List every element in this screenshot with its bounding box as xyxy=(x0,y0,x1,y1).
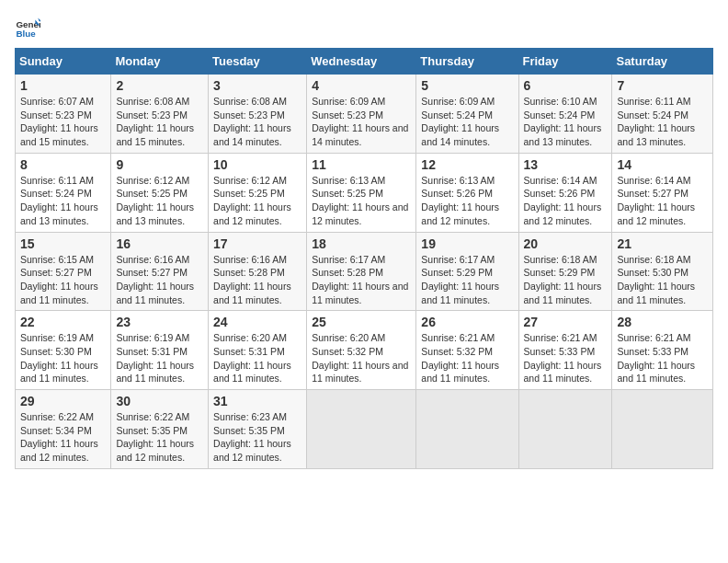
calendar-week-row: 1Sunrise: 6:07 AMSunset: 5:23 PMDaylight… xyxy=(16,75,713,154)
calendar-cell: 14Sunrise: 6:14 AMSunset: 5:27 PMDayligh… xyxy=(612,153,713,232)
day-detail: Sunrise: 6:16 AMSunset: 5:28 PMDaylight:… xyxy=(213,254,291,305)
calendar-header-friday: Friday xyxy=(518,49,612,75)
day-detail: Sunrise: 6:07 AMSunset: 5:23 PMDaylight:… xyxy=(20,96,98,147)
calendar-cell: 15Sunrise: 6:15 AMSunset: 5:27 PMDayligh… xyxy=(16,232,111,311)
day-detail: Sunrise: 6:12 AMSunset: 5:25 PMDaylight:… xyxy=(116,175,194,226)
calendar-header-thursday: Thursday xyxy=(416,49,518,75)
calendar-cell: 29Sunrise: 6:22 AMSunset: 5:34 PMDayligh… xyxy=(16,390,111,469)
day-number: 30 xyxy=(116,394,203,408)
day-detail: Sunrise: 6:11 AMSunset: 5:24 PMDaylight:… xyxy=(617,96,695,147)
calendar-cell: 28Sunrise: 6:21 AMSunset: 5:33 PMDayligh… xyxy=(612,311,713,390)
day-number: 8 xyxy=(20,157,106,172)
day-detail: Sunrise: 6:13 AMSunset: 5:25 PMDaylight:… xyxy=(312,175,408,226)
calendar-cell: 16Sunrise: 6:16 AMSunset: 5:27 PMDayligh… xyxy=(111,232,209,311)
day-detail: Sunrise: 6:09 AMSunset: 5:23 PMDaylight:… xyxy=(312,96,408,147)
calendar-cell: 6Sunrise: 6:10 AMSunset: 5:24 PMDaylight… xyxy=(518,75,612,154)
day-detail: Sunrise: 6:14 AMSunset: 5:27 PMDaylight:… xyxy=(617,175,695,226)
calendar-cell: 17Sunrise: 6:16 AMSunset: 5:28 PMDayligh… xyxy=(209,232,307,311)
svg-text:Blue: Blue xyxy=(16,29,36,39)
calendar-cell: 19Sunrise: 6:17 AMSunset: 5:29 PMDayligh… xyxy=(416,232,518,311)
day-detail: Sunrise: 6:10 AMSunset: 5:24 PMDaylight:… xyxy=(524,96,602,147)
day-number: 21 xyxy=(617,236,708,251)
day-number: 19 xyxy=(421,236,513,251)
day-detail: Sunrise: 6:08 AMSunset: 5:23 PMDaylight:… xyxy=(116,96,194,147)
day-number: 28 xyxy=(617,315,708,329)
day-number: 27 xyxy=(524,315,608,329)
calendar-cell: 21Sunrise: 6:18 AMSunset: 5:30 PMDayligh… xyxy=(612,232,713,311)
day-detail: Sunrise: 6:22 AMSunset: 5:35 PMDaylight:… xyxy=(116,411,194,463)
day-detail: Sunrise: 6:14 AMSunset: 5:26 PMDaylight:… xyxy=(524,175,602,226)
day-number: 15 xyxy=(20,236,106,251)
calendar-cell: 20Sunrise: 6:18 AMSunset: 5:29 PMDayligh… xyxy=(518,232,612,311)
day-detail: Sunrise: 6:22 AMSunset: 5:34 PMDaylight:… xyxy=(20,411,98,463)
day-number: 1 xyxy=(20,78,106,93)
calendar-cell: 3Sunrise: 6:08 AMSunset: 5:23 PMDaylight… xyxy=(209,75,307,154)
day-number: 7 xyxy=(617,78,708,93)
calendar-week-row: 15Sunrise: 6:15 AMSunset: 5:27 PMDayligh… xyxy=(16,232,713,311)
day-detail: Sunrise: 6:23 AMSunset: 5:35 PMDaylight:… xyxy=(213,411,291,463)
day-number: 18 xyxy=(312,236,411,251)
calendar-cell: 9Sunrise: 6:12 AMSunset: 5:25 PMDaylight… xyxy=(111,153,209,232)
calendar-table: SundayMondayTuesdayWednesdayThursdayFrid… xyxy=(15,48,713,469)
calendar-cell: 25Sunrise: 6:20 AMSunset: 5:32 PMDayligh… xyxy=(307,311,416,390)
calendar-header-monday: Monday xyxy=(111,49,209,75)
logo-icon: General Blue xyxy=(15,15,40,40)
day-detail: Sunrise: 6:21 AMSunset: 5:33 PMDaylight:… xyxy=(524,332,602,384)
day-number: 4 xyxy=(312,78,411,93)
calendar-cell xyxy=(307,390,416,469)
day-detail: Sunrise: 6:19 AMSunset: 5:31 PMDaylight:… xyxy=(116,332,194,384)
day-detail: Sunrise: 6:21 AMSunset: 5:33 PMDaylight:… xyxy=(617,332,695,384)
calendar-week-row: 22Sunrise: 6:19 AMSunset: 5:30 PMDayligh… xyxy=(16,311,713,390)
day-number: 31 xyxy=(213,394,301,408)
calendar-cell xyxy=(518,390,612,469)
calendar-cell: 26Sunrise: 6:21 AMSunset: 5:32 PMDayligh… xyxy=(416,311,518,390)
calendar-week-row: 29Sunrise: 6:22 AMSunset: 5:34 PMDayligh… xyxy=(16,390,713,469)
day-number: 13 xyxy=(524,157,608,172)
calendar-cell: 22Sunrise: 6:19 AMSunset: 5:30 PMDayligh… xyxy=(16,311,111,390)
calendar-cell xyxy=(612,390,713,469)
calendar-cell: 5Sunrise: 6:09 AMSunset: 5:24 PMDaylight… xyxy=(416,75,518,154)
day-number: 2 xyxy=(116,78,203,93)
day-number: 22 xyxy=(20,315,106,329)
calendar-cell: 8Sunrise: 6:11 AMSunset: 5:24 PMDaylight… xyxy=(16,153,111,232)
calendar-header-saturday: Saturday xyxy=(612,49,713,75)
calendar-header-row: SundayMondayTuesdayWednesdayThursdayFrid… xyxy=(16,49,713,75)
day-detail: Sunrise: 6:13 AMSunset: 5:26 PMDaylight:… xyxy=(421,175,499,226)
calendar-week-row: 8Sunrise: 6:11 AMSunset: 5:24 PMDaylight… xyxy=(16,153,713,232)
calendar-header-sunday: Sunday xyxy=(16,49,111,75)
day-detail: Sunrise: 6:21 AMSunset: 5:32 PMDaylight:… xyxy=(421,332,499,384)
day-number: 14 xyxy=(617,157,708,172)
day-number: 3 xyxy=(213,78,301,93)
day-number: 25 xyxy=(312,315,411,329)
day-detail: Sunrise: 6:18 AMSunset: 5:30 PMDaylight:… xyxy=(617,254,695,305)
day-number: 5 xyxy=(421,78,513,93)
day-detail: Sunrise: 6:20 AMSunset: 5:32 PMDaylight:… xyxy=(312,332,408,384)
day-number: 10 xyxy=(213,157,301,172)
calendar-cell: 7Sunrise: 6:11 AMSunset: 5:24 PMDaylight… xyxy=(612,75,713,154)
calendar-cell: 13Sunrise: 6:14 AMSunset: 5:26 PMDayligh… xyxy=(518,153,612,232)
calendar-cell: 30Sunrise: 6:22 AMSunset: 5:35 PMDayligh… xyxy=(111,390,209,469)
calendar-cell: 10Sunrise: 6:12 AMSunset: 5:25 PMDayligh… xyxy=(209,153,307,232)
day-number: 29 xyxy=(20,394,106,408)
day-detail: Sunrise: 6:20 AMSunset: 5:31 PMDaylight:… xyxy=(213,332,291,384)
day-number: 12 xyxy=(421,157,513,172)
day-detail: Sunrise: 6:18 AMSunset: 5:29 PMDaylight:… xyxy=(524,254,602,305)
day-detail: Sunrise: 6:15 AMSunset: 5:27 PMDaylight:… xyxy=(20,254,98,305)
day-number: 11 xyxy=(312,157,411,172)
calendar-cell: 31Sunrise: 6:23 AMSunset: 5:35 PMDayligh… xyxy=(209,390,307,469)
day-number: 24 xyxy=(213,315,301,329)
day-detail: Sunrise: 6:16 AMSunset: 5:27 PMDaylight:… xyxy=(116,254,194,305)
calendar-cell: 1Sunrise: 6:07 AMSunset: 5:23 PMDaylight… xyxy=(16,75,111,154)
day-detail: Sunrise: 6:17 AMSunset: 5:28 PMDaylight:… xyxy=(312,254,408,305)
calendar-cell: 4Sunrise: 6:09 AMSunset: 5:23 PMDaylight… xyxy=(307,75,416,154)
calendar-cell: 11Sunrise: 6:13 AMSunset: 5:25 PMDayligh… xyxy=(307,153,416,232)
day-detail: Sunrise: 6:09 AMSunset: 5:24 PMDaylight:… xyxy=(421,96,499,147)
header: General Blue xyxy=(15,15,713,40)
day-number: 6 xyxy=(524,78,608,93)
calendar-cell: 24Sunrise: 6:20 AMSunset: 5:31 PMDayligh… xyxy=(209,311,307,390)
calendar-cell xyxy=(416,390,518,469)
day-detail: Sunrise: 6:11 AMSunset: 5:24 PMDaylight:… xyxy=(20,175,98,226)
day-number: 17 xyxy=(213,236,301,251)
logo: General Blue xyxy=(15,15,44,40)
day-number: 26 xyxy=(421,315,513,329)
